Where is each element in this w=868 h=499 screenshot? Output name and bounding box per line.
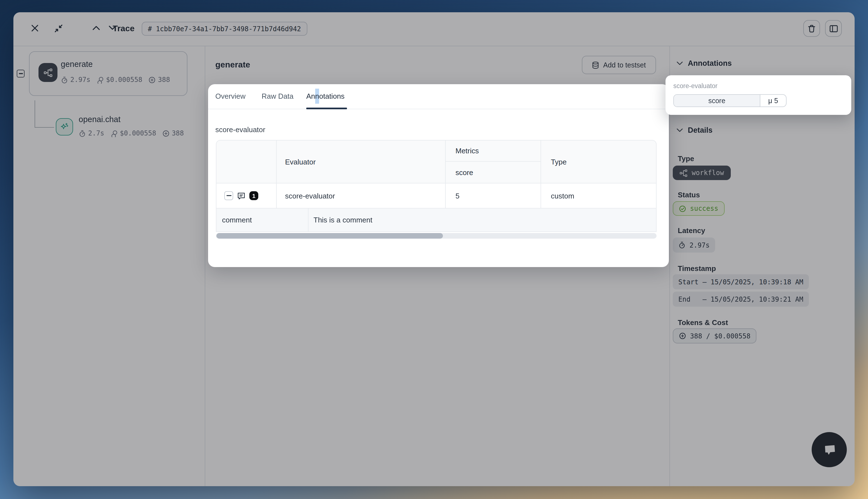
- workflow-icon: [679, 169, 688, 177]
- minus-icon: [226, 195, 231, 196]
- tree-node-generate[interactable]: generate 2.97s $0.000558 388: [29, 51, 188, 96]
- annotations-section-header[interactable]: Annotations: [677, 59, 732, 68]
- coins-icon: [110, 130, 118, 137]
- timestamp-label: Timestamp: [678, 264, 716, 273]
- status-label: Status: [678, 191, 700, 199]
- database-icon: [592, 61, 599, 69]
- stopwatch-icon: [61, 76, 68, 83]
- latency-badge: 2.97s: [673, 238, 715, 253]
- tab-bar: Overview Raw Data Annotations: [208, 84, 669, 109]
- tab-raw-data[interactable]: Raw Data: [262, 92, 293, 100]
- tree-connector: [35, 127, 54, 128]
- node-stats: 2.97s $0.000558 388: [61, 76, 170, 84]
- metric-summary-control[interactable]: score μ 5: [673, 94, 786, 107]
- plus-circle-icon: [162, 130, 170, 137]
- annotation-evaluator-card: score-evaluator score μ 5: [665, 75, 851, 115]
- delete-trace-button[interactable]: [803, 20, 820, 37]
- node-name: generate: [61, 60, 93, 69]
- text-selection-highlight: n: [315, 89, 319, 104]
- stopwatch-icon: [79, 130, 86, 137]
- add-to-testset-button[interactable]: Add to testset: [582, 56, 656, 74]
- screen: Trace # 1cbb70e7-34a1-7bb7-3498-771b7d46…: [0, 0, 868, 499]
- trace-drawer: Trace # 1cbb70e7-34a1-7bb7-3498-771b7d46…: [13, 12, 855, 486]
- cost-stat: $0.000558: [97, 76, 142, 84]
- side-panel-icon: [829, 25, 837, 32]
- type-column-header: Type: [540, 141, 656, 183]
- chevron-down-icon: [677, 61, 683, 65]
- metric-name[interactable]: score: [674, 95, 760, 107]
- comment-detail-row: comment This is a comment: [216, 208, 656, 232]
- row-controls: 1: [216, 183, 276, 208]
- toggle-panel-button[interactable]: [825, 20, 842, 37]
- tokens-stat: 388: [148, 76, 170, 84]
- metrics-column-header: Metrics score: [445, 141, 540, 183]
- trace-id-badge[interactable]: # 1cbb70e7-34a1-7bb7-3498-771b7d46d942: [142, 22, 307, 36]
- close-icon[interactable]: [31, 25, 38, 32]
- node-name: openai.chat: [79, 115, 120, 124]
- comment-key-cell: comment: [216, 208, 308, 231]
- coins-icon: [97, 76, 104, 83]
- type-label: Type: [678, 155, 694, 163]
- span-detail-panel: Overview Raw Data Annotations score-eval…: [208, 84, 669, 267]
- tokens-cost-badge: 388 / $0.000558: [673, 328, 757, 343]
- check-circle-icon: [679, 205, 686, 212]
- comment-icon[interactable]: [237, 192, 245, 200]
- comment-value-cell: This is a comment: [308, 208, 656, 231]
- score-cell: 5: [445, 183, 540, 208]
- table-row[interactable]: 1 score-evaluator 5 custom: [216, 183, 656, 208]
- timestamp-start-badge: Start — 15/05/2025, 10:39:18 AM: [673, 274, 809, 289]
- selection-column-header: [216, 141, 276, 183]
- comment-count-badge: 1: [249, 191, 258, 200]
- horizontal-scrollbar[interactable]: [216, 233, 656, 239]
- chevron-up-icon[interactable]: [93, 26, 100, 30]
- node-stats: 2.7s $0.000558 388: [79, 129, 184, 137]
- latency-label: Latency: [678, 226, 705, 235]
- span-title: generate: [215, 60, 250, 69]
- sparkles-icon: [56, 118, 73, 135]
- chat-widget-button[interactable]: [812, 432, 847, 467]
- workflow-icon: [38, 63, 58, 82]
- metric-average-badge: μ 5: [760, 95, 786, 107]
- chat-bubble-icon: [821, 442, 837, 458]
- latency-stat: 2.97s: [61, 76, 91, 84]
- active-tab-underline: [306, 107, 347, 109]
- drawer-title: Trace: [113, 23, 134, 33]
- tree-connector: [35, 100, 35, 127]
- trace-tree-sidebar: generate 2.97s $0.000558 388: [13, 46, 205, 486]
- scrollbar-thumb[interactable]: [216, 233, 443, 239]
- chevron-down-icon: [677, 128, 683, 132]
- tokens-stat: 388: [162, 129, 184, 137]
- type-cell: custom: [540, 183, 656, 208]
- latency-stat: 2.7s: [79, 129, 104, 137]
- collapse-icon[interactable]: [54, 24, 63, 33]
- evaluator-column-header: Evaluator: [276, 141, 445, 183]
- tab-overview[interactable]: Overview: [215, 92, 245, 100]
- status-badge: success: [673, 201, 724, 216]
- evaluator-heading: score-evaluator: [215, 125, 265, 134]
- details-section-header[interactable]: Details: [677, 126, 713, 134]
- plus-circle-icon: [679, 332, 686, 340]
- type-badge: workflow: [673, 166, 731, 180]
- metric-subcolumn-score: score: [445, 162, 540, 183]
- tokens-cost-label: Tokens & Cost: [678, 318, 728, 327]
- trash-icon: [808, 24, 816, 33]
- table-header: Evaluator Metrics score Type: [216, 140, 656, 183]
- collapse-row-button[interactable]: [224, 191, 233, 200]
- annotations-table: Evaluator Metrics score Type 1: [216, 140, 656, 232]
- plus-circle-icon: [148, 76, 156, 83]
- stopwatch-icon: [678, 241, 686, 249]
- timestamp-end-badge: End — 15/05/2025, 10:39:21 AM: [673, 292, 809, 307]
- trace-topbar: Trace # 1cbb70e7-34a1-7bb7-3498-771b7d46…: [13, 12, 855, 46]
- tree-collapse-toggle[interactable]: [17, 70, 25, 77]
- cost-stat: $0.000558: [110, 129, 156, 137]
- evaluator-cell: score-evaluator: [276, 183, 445, 208]
- annotation-card-label: score-evaluator: [673, 83, 718, 89]
- tab-annotations[interactable]: Annotations: [306, 92, 345, 100]
